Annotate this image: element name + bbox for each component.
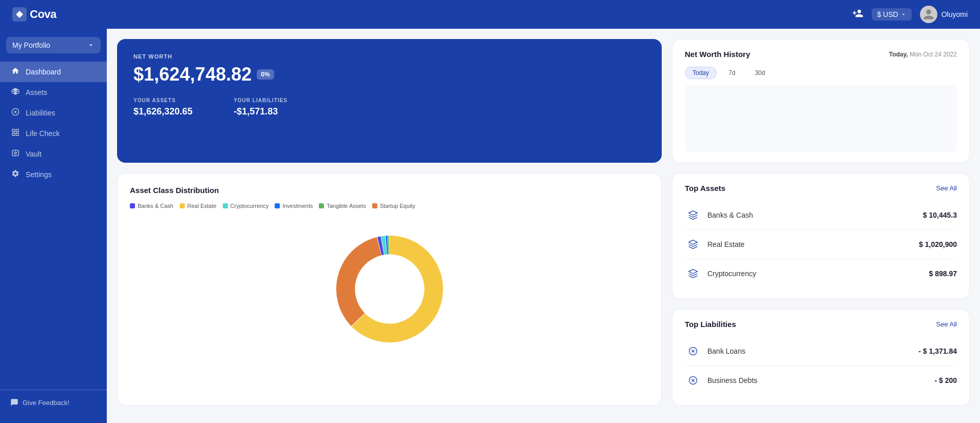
home-icon xyxy=(10,67,21,77)
change-badge: 0% xyxy=(257,69,274,80)
liability-name: Business Debts xyxy=(707,376,934,384)
svg-point-9 xyxy=(14,152,16,154)
feedback-button[interactable]: Give Feedback! xyxy=(10,398,97,407)
liability-value: - $ 1,371.84 xyxy=(918,347,957,355)
liabilities-icon xyxy=(10,108,21,118)
distribution-card: Asset Class Distribution Banks & CashRea… xyxy=(117,173,662,406)
asset-item: Banks & Cash $ 10,445.3 xyxy=(685,201,957,230)
top-liabilities-title: Top Liabilities xyxy=(685,320,736,329)
asset-item: Real Estate $ 1,020,900 xyxy=(685,230,957,259)
sidebar-item-life-check[interactable]: Life Check xyxy=(0,123,107,144)
asset-value: $ 898.97 xyxy=(929,270,957,278)
net-worth-card: NET WORTH $1,624,748.82 0% YOUR ASSETS $… xyxy=(117,39,662,163)
liability-name: Bank Loans xyxy=(707,347,918,355)
top-liabilities-card: Top Liabilities See All Bank Loans - $ 1… xyxy=(672,309,970,406)
distribution-title: Asset Class Distribution xyxy=(130,186,649,195)
net-worth-label: NET WORTH xyxy=(133,53,645,60)
donut-chart xyxy=(130,217,649,361)
main-content: NET WORTH $1,624,748.82 0% YOUR ASSETS $… xyxy=(107,29,980,423)
history-header: Net Worth History Today, Mon Oct 24 2022 xyxy=(685,50,957,59)
top-assets-header: Top Assets See All xyxy=(685,184,957,193)
sidebar-item-settings[interactable]: Settings xyxy=(0,164,107,185)
logo: Cova xyxy=(12,7,56,22)
svg-point-10 xyxy=(356,256,423,322)
asset-item: Cryptocurrency $ 898.97 xyxy=(685,259,957,288)
life-check-icon xyxy=(10,128,21,139)
right-panel: Top Assets See All Banks & Cash $ 10,445… xyxy=(672,173,970,406)
history-chart xyxy=(685,85,957,152)
liabilities-list: Bank Loans - $ 1,371.84 Business Debts -… xyxy=(685,337,957,395)
sidebar-item-assets[interactable]: Assets xyxy=(0,82,107,103)
svg-rect-4 xyxy=(12,129,15,132)
legend-item: Cryptocurrency xyxy=(223,203,269,209)
top-assets-title: Top Assets xyxy=(685,184,725,193)
app-header: Cova $ USD Oluyomi xyxy=(0,0,980,29)
top-assets-card: Top Assets See All Banks & Cash $ 10,445… xyxy=(672,173,970,299)
filter-30d[interactable]: 30d xyxy=(747,67,773,79)
liability-item: Business Debts - $ 200 xyxy=(685,366,957,395)
liability-item: Bank Loans - $ 1,371.84 xyxy=(685,337,957,366)
avatar xyxy=(920,6,937,23)
svg-rect-6 xyxy=(12,133,15,136)
history-date: Today, Mon Oct 24 2022 xyxy=(889,51,957,58)
legend-item: Investments xyxy=(275,203,313,209)
portfolio-selector[interactable]: My Portfolio xyxy=(6,37,101,53)
asset-icon xyxy=(685,236,701,253)
legend-item: Startup Equity xyxy=(372,203,415,209)
net-worth-value: $1,624,748.82 0% xyxy=(133,64,645,85)
legend-item: Banks & Cash xyxy=(130,203,174,209)
asset-name: Cryptocurrency xyxy=(707,270,929,278)
liability-value: - $ 200 xyxy=(934,376,957,384)
svg-rect-7 xyxy=(16,133,18,136)
sidebar: My Portfolio Dashboard Assets Liabilit xyxy=(0,29,107,423)
net-worth-sub: YOUR ASSETS $1,626,320.65 YOUR LIABILITI… xyxy=(133,98,645,117)
legend-item: Real Estate xyxy=(180,203,217,209)
assets-list: Banks & Cash $ 10,445.3 Real Estate $ 1,… xyxy=(685,201,957,288)
asset-value: $ 10,445.3 xyxy=(923,211,957,219)
currency-selector[interactable]: $ USD xyxy=(872,8,911,21)
asset-name: Real Estate xyxy=(707,240,919,248)
settings-icon xyxy=(10,169,21,180)
asset-value: $ 1,020,900 xyxy=(919,240,957,248)
filter-7d[interactable]: 7d xyxy=(721,67,743,79)
time-filters: Today 7d 30d xyxy=(685,67,957,79)
asset-icon xyxy=(685,207,701,223)
sidebar-item-liabilities[interactable]: Liabilities xyxy=(0,103,107,123)
history-card: Net Worth History Today, Mon Oct 24 2022… xyxy=(672,39,970,163)
legend-item: Tangible Assets xyxy=(319,203,366,209)
asset-name: Banks & Cash xyxy=(707,211,923,219)
sidebar-item-dashboard[interactable]: Dashboard xyxy=(0,62,107,82)
liability-icon xyxy=(685,343,701,359)
filter-today[interactable]: Today xyxy=(685,67,717,79)
assets-icon xyxy=(10,87,21,98)
donut-segment xyxy=(388,236,389,254)
svg-rect-5 xyxy=(16,129,18,132)
header-right: $ USD Oluyomi xyxy=(852,6,968,23)
history-title: Net Worth History xyxy=(685,50,750,59)
asset-icon xyxy=(685,265,701,282)
assets-sub: YOUR ASSETS $1,626,320.65 xyxy=(133,98,193,117)
liability-icon xyxy=(685,372,701,389)
liabilities-sub: YOUR LIABILITIES -$1,571.83 xyxy=(234,98,287,117)
sidebar-item-vault[interactable]: Vault xyxy=(0,144,107,164)
see-all-assets[interactable]: See All xyxy=(936,184,957,192)
legend: Banks & CashReal EstateCryptocurrencyInv… xyxy=(130,203,649,209)
vault-icon xyxy=(10,149,21,159)
user-section[interactable]: Oluyomi xyxy=(920,6,968,23)
add-user-button[interactable] xyxy=(852,8,863,22)
see-all-liabilities[interactable]: See All xyxy=(936,320,957,328)
svg-rect-8 xyxy=(12,150,18,156)
top-liabilities-header: Top Liabilities See All xyxy=(685,320,957,329)
